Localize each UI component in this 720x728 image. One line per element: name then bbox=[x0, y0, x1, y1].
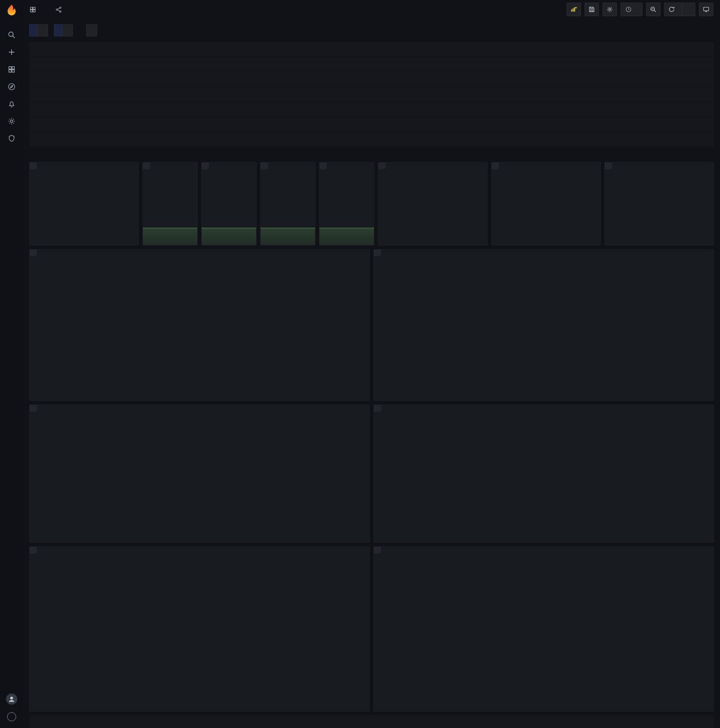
top-navbar bbox=[23, 0, 720, 19]
create-plus-icon[interactable] bbox=[7, 48, 16, 57]
kiosk-mode-button[interactable] bbox=[699, 3, 713, 16]
left-sidebar bbox=[0, 0, 23, 728]
explore-compass-icon[interactable] bbox=[7, 83, 16, 92]
panel-title[interactable] bbox=[30, 547, 369, 560]
panel-disk-io-chart bbox=[29, 546, 370, 711]
panel-current-memory-usage-gauge bbox=[491, 162, 601, 245]
panel-title[interactable] bbox=[378, 162, 487, 176]
panel-title[interactable] bbox=[319, 162, 374, 176]
variable-fqdn-label bbox=[29, 24, 37, 37]
panel-title[interactable] bbox=[30, 162, 138, 176]
row-dnodes-overview[interactable] bbox=[29, 57, 714, 71]
avatar-icon bbox=[6, 693, 17, 705]
zoom-out-button[interactable] bbox=[646, 3, 661, 16]
panel-title[interactable] bbox=[202, 162, 256, 176]
row-requests[interactable] bbox=[29, 87, 714, 101]
panel-vnodes-number bbox=[260, 162, 315, 245]
chart-row-1 bbox=[29, 249, 714, 401]
server-admin-shield-icon[interactable] bbox=[7, 135, 16, 143]
info-icon[interactable] bbox=[30, 547, 37, 554]
panel-disk-rate-chart bbox=[374, 405, 714, 543]
time-range-picker[interactable] bbox=[621, 3, 642, 16]
disk-used-gauge bbox=[605, 176, 714, 245]
panel-title[interactable] bbox=[492, 162, 600, 176]
panel-title[interactable] bbox=[374, 547, 714, 560]
disk-io-chart[interactable] bbox=[30, 560, 369, 707]
refresh-interval-dropdown[interactable] bbox=[685, 3, 695, 16]
ram-usage-chart[interactable] bbox=[374, 263, 714, 396]
help-icon[interactable] bbox=[7, 712, 16, 721]
info-icon[interactable] bbox=[374, 547, 381, 554]
info-icon[interactable] bbox=[374, 249, 381, 256]
configuration-gear-icon[interactable] bbox=[7, 117, 16, 126]
variable-interval-value[interactable] bbox=[86, 24, 97, 37]
sparkline bbox=[202, 228, 256, 245]
panel-current-cpu-usage-gauge bbox=[378, 162, 488, 245]
info-icon[interactable] bbox=[143, 162, 150, 169]
memory-usage-gauge bbox=[492, 176, 600, 245]
row-database-test[interactable] bbox=[29, 132, 714, 146]
row-login-history[interactable] bbox=[29, 715, 714, 728]
info-icon[interactable] bbox=[261, 162, 268, 169]
cpu-usage-legend bbox=[30, 396, 369, 401]
stat-panel-row bbox=[29, 162, 714, 245]
grafana-logo-icon[interactable] bbox=[5, 4, 18, 17]
panel-title[interactable] bbox=[143, 162, 197, 176]
row-mnodes-overview[interactable] bbox=[29, 72, 714, 86]
panel-title[interactable] bbox=[30, 405, 369, 418]
net-chart[interactable] bbox=[374, 560, 714, 707]
cpu-usage-chart[interactable] bbox=[30, 263, 369, 396]
alerting-bell-icon[interactable] bbox=[7, 100, 16, 109]
sparkline bbox=[261, 228, 315, 245]
disk-used-chart[interactable] bbox=[30, 418, 369, 538]
variable-fqdn-value[interactable] bbox=[37, 24, 48, 37]
net-legend bbox=[374, 707, 714, 711]
panel-title[interactable] bbox=[605, 162, 714, 176]
info-icon[interactable] bbox=[374, 405, 381, 411]
ram-usage-legend bbox=[374, 396, 714, 401]
info-icon[interactable] bbox=[492, 162, 499, 169]
disk-rate-legend bbox=[374, 538, 714, 542]
chart-row-3 bbox=[29, 546, 714, 711]
add-panel-button[interactable] bbox=[567, 3, 581, 16]
search-icon[interactable] bbox=[7, 31, 16, 40]
panel-vnodes-masters bbox=[319, 162, 374, 245]
panel-title[interactable] bbox=[374, 249, 714, 263]
info-icon[interactable] bbox=[30, 162, 37, 169]
info-icon[interactable] bbox=[605, 162, 612, 169]
sidebar-bottom bbox=[6, 693, 17, 724]
clock-icon bbox=[625, 6, 632, 13]
disk-rate-chart[interactable] bbox=[374, 418, 714, 538]
info-icon[interactable] bbox=[202, 162, 209, 169]
cpu-usage-gauge bbox=[378, 176, 487, 245]
info-icon[interactable] bbox=[378, 162, 386, 169]
panel-cpu-cores bbox=[201, 162, 256, 245]
panel-title[interactable] bbox=[30, 249, 369, 263]
sparkline bbox=[319, 228, 374, 245]
dashboard-settings-gear-icon[interactable] bbox=[603, 3, 617, 16]
save-dashboard-button[interactable] bbox=[585, 3, 599, 16]
row-database-log[interactable] bbox=[29, 117, 714, 132]
variable-interval bbox=[79, 24, 97, 37]
sidebar-nav bbox=[7, 31, 16, 143]
refresh-button[interactable] bbox=[665, 3, 679, 16]
info-icon[interactable] bbox=[30, 249, 37, 256]
row-dnode-usage[interactable] bbox=[29, 147, 714, 161]
variable-database-value[interactable] bbox=[62, 24, 73, 37]
info-icon[interactable] bbox=[30, 405, 37, 411]
panel-title[interactable] bbox=[374, 405, 714, 418]
panel-uptime bbox=[29, 162, 139, 245]
dashboards-grid-icon[interactable] bbox=[7, 65, 16, 74]
sparkline bbox=[143, 228, 197, 245]
info-icon[interactable] bbox=[319, 162, 326, 169]
dashboard-squares-icon[interactable] bbox=[29, 6, 37, 13]
dashboard-content bbox=[23, 0, 720, 728]
variable-database-label bbox=[54, 24, 62, 37]
panel-title[interactable] bbox=[261, 162, 315, 176]
share-icon[interactable] bbox=[55, 6, 62, 13]
user-avatar[interactable] bbox=[6, 693, 17, 705]
variable-interval-label bbox=[79, 24, 86, 37]
stat-value bbox=[30, 176, 138, 245]
row-database-demo[interactable] bbox=[29, 102, 714, 116]
row-cluster-status[interactable] bbox=[29, 42, 714, 56]
